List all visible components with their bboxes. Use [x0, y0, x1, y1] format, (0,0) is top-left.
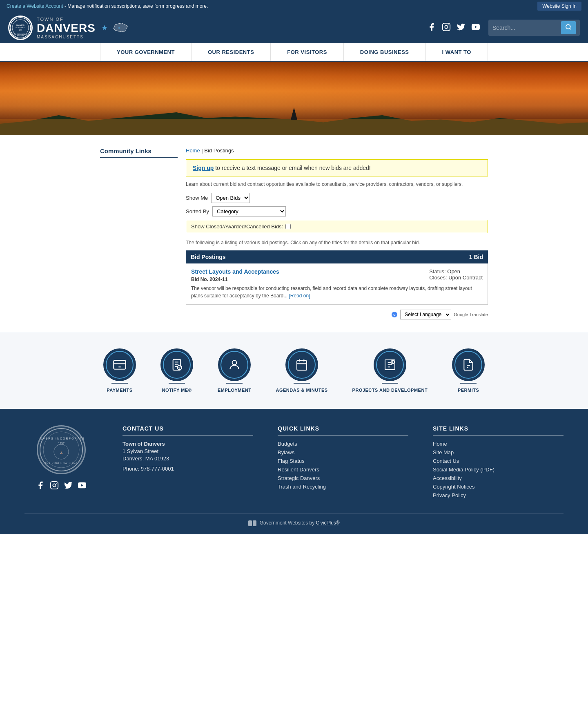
- footer-link-resilient-danvers[interactable]: Resilient Danvers: [278, 466, 408, 473]
- main-content: Community Links Home | Bid Postings Sign…: [92, 135, 496, 332]
- footer-link-strategic-danvers[interactable]: Strategic Danvers: [278, 475, 408, 481]
- footer-instagram-icon[interactable]: [50, 481, 59, 492]
- site-links-title: SITE LINKS: [433, 425, 564, 436]
- svg-point-47: [53, 484, 56, 487]
- read-more-link[interactable]: [Read on]: [289, 293, 310, 299]
- footer-top: DANVERS INCORPORATED 1757 ⛪ THE KING UNW…: [24, 425, 564, 501]
- svg-text:DANVERS INCORPORATED: DANVERS INCORPORATED: [39, 437, 84, 440]
- footer-link-trash[interactable]: Trash and Recycling: [278, 484, 408, 490]
- footer-link-home[interactable]: Home: [433, 441, 564, 447]
- town-seal: DANVERS INCORPORATED 1757 THE KING UNWIL…: [8, 16, 33, 40]
- svg-text:INCORPORATED: INCORPORATED: [16, 27, 26, 29]
- quick-links-title: QUICK LINKS: [278, 425, 408, 436]
- projects-icon: [374, 348, 406, 381]
- star-icon: ★: [101, 23, 108, 32]
- svg-text:1757: 1757: [19, 29, 22, 31]
- agendas-underline: [294, 383, 310, 384]
- footer-link-privacy[interactable]: Privacy Policy: [433, 492, 564, 498]
- contact-us-title: CONTACT US: [122, 425, 253, 436]
- website-signin-button[interactable]: Website Sign In: [537, 2, 581, 11]
- sorted-by-select[interactable]: Category Date Title: [212, 206, 286, 217]
- employment-label: EMPLOYMENT: [218, 388, 252, 393]
- svg-rect-15: [114, 360, 125, 369]
- svg-text:DANVERS: DANVERS: [16, 24, 24, 26]
- quick-link-notify[interactable]: NOTIFY ME®: [148, 344, 205, 397]
- bid-table: Bid Postings 1 Bid Status: Open Closes: …: [186, 250, 488, 305]
- town-of-label: TOWN OF: [37, 17, 96, 22]
- closed-bids-row: Show Closed/Awarded/Cancelled Bids:: [186, 220, 488, 233]
- footer-phone: Phone: 978-777-0001: [122, 466, 253, 472]
- footer: DANVERS INCORPORATED 1757 ⛪ THE KING UNW…: [0, 409, 588, 534]
- footer-bottom-text: Government Websites by CivicPlus®: [248, 520, 339, 526]
- nav-doing-business[interactable]: DOING BUSINESS: [344, 43, 426, 61]
- top-bar: Create a Website Account - Manage notifi…: [0, 0, 588, 12]
- nav-our-residents[interactable]: OUR RESIDENTS: [192, 43, 271, 61]
- footer-facebook-icon[interactable]: [36, 481, 45, 492]
- quick-link-payments[interactable]: PAYMENTS: [91, 344, 148, 397]
- bid-table-header: Bid Postings 1 Bid: [186, 250, 488, 263]
- footer-link-accessibility[interactable]: Accessibility: [433, 475, 564, 481]
- google-translate-label: Google Translate: [454, 312, 488, 317]
- footer-link-contact-us[interactable]: Contact Us: [433, 458, 564, 464]
- show-me-filter: Show Me Open Bids All Bids: [186, 193, 488, 203]
- logo-area[interactable]: DANVERS INCORPORATED 1757 THE KING UNWIL…: [8, 16, 128, 40]
- quick-link-agendas[interactable]: AGENDAS & MINUTES: [264, 344, 340, 397]
- footer-twitter-icon[interactable]: [64, 481, 73, 492]
- language-select[interactable]: Select Language: [400, 310, 451, 319]
- notify-icon: [160, 348, 193, 381]
- footer-youtube-icon[interactable]: [78, 481, 87, 492]
- footer-link-social-media[interactable]: Social Media Policy (PDF): [433, 466, 564, 473]
- footer-contact: CONTACT US Town of Danvers 1 Sylvan Stre…: [122, 425, 253, 501]
- footer-address2: Danvers, MA 01923: [122, 455, 253, 462]
- show-me-select[interactable]: Open Bids All Bids: [211, 193, 250, 203]
- footer-seal: DANVERS INCORPORATED 1757 ⛪ THE KING UNW…: [37, 425, 86, 474]
- hero-image: [0, 62, 588, 135]
- bid-count: 1 Bid: [469, 254, 483, 260]
- status-value: Open: [447, 268, 460, 275]
- footer-quick-links: QUICK LINKS Budgets Bylaws Flag Status R…: [278, 425, 408, 501]
- quick-link-employment[interactable]: EMPLOYMENT: [205, 344, 264, 397]
- content-area: Home | Bid Postings Sign up to receive a…: [186, 147, 488, 319]
- signup-link[interactable]: Sign up: [193, 165, 214, 171]
- svg-rect-46: [51, 482, 58, 489]
- facebook-icon[interactable]: [427, 22, 436, 33]
- search-button[interactable]: [561, 21, 576, 34]
- translate-area: G Select Language Google Translate: [186, 310, 488, 319]
- listing-note: The following is a listing of various bi…: [186, 240, 488, 246]
- search-input[interactable]: [492, 25, 558, 31]
- footer-link-copyright[interactable]: Copyright Notices: [433, 484, 564, 490]
- footer-link-flag-status[interactable]: Flag Status: [278, 458, 408, 464]
- instagram-icon[interactable]: [442, 22, 451, 33]
- youtube-icon[interactable]: [471, 22, 480, 33]
- breadcrumb-home[interactable]: Home: [186, 147, 200, 154]
- employment-underline: [226, 383, 243, 384]
- sorted-by-filter: Sorted By Category Date Title: [186, 206, 488, 217]
- search-area: [488, 20, 580, 36]
- footer-town-name: Town of Danvers: [122, 441, 253, 447]
- payments-label: PAYMENTS: [107, 388, 132, 393]
- twitter-icon[interactable]: [457, 22, 466, 33]
- svg-point-9: [448, 25, 449, 25]
- svg-point-39: [40, 429, 82, 471]
- footer-link-site-map[interactable]: Site Map: [433, 449, 564, 455]
- sidebar-title: Community Links: [100, 147, 178, 158]
- bid-title-link[interactable]: Street Layouts and Acceptances: [191, 268, 279, 275]
- quick-link-projects[interactable]: PROJECTS AND DEVELOPMENT: [340, 344, 440, 397]
- ma-map-icon: [112, 22, 128, 34]
- logo-text: TOWN OF DANVERS MASSACHUSETTS: [37, 17, 96, 39]
- sorted-by-label: Sorted By: [186, 208, 209, 214]
- create-account-link[interactable]: Create a Website Account: [7, 3, 63, 9]
- nav-your-government[interactable]: YOUR GOVERNMENT: [100, 43, 192, 61]
- footer-link-budgets[interactable]: Budgets: [278, 441, 408, 447]
- permits-label: PERMITS: [458, 388, 479, 393]
- footer-link-bylaws[interactable]: Bylaws: [278, 449, 408, 455]
- svg-rect-51: [253, 520, 256, 526]
- quick-link-permits[interactable]: PERMITS: [440, 344, 497, 397]
- sidebar: Community Links: [100, 147, 178, 319]
- nav-i-want-to[interactable]: I WANT TO: [426, 43, 488, 61]
- civicplus-link[interactable]: CivicPlus®: [316, 520, 340, 526]
- breadcrumb: Home | Bid Postings: [186, 147, 488, 154]
- nav-for-visitors[interactable]: FOR VISITORS: [271, 43, 344, 61]
- closed-bids-checkbox[interactable]: [285, 224, 291, 229]
- employment-icon: [218, 348, 251, 381]
